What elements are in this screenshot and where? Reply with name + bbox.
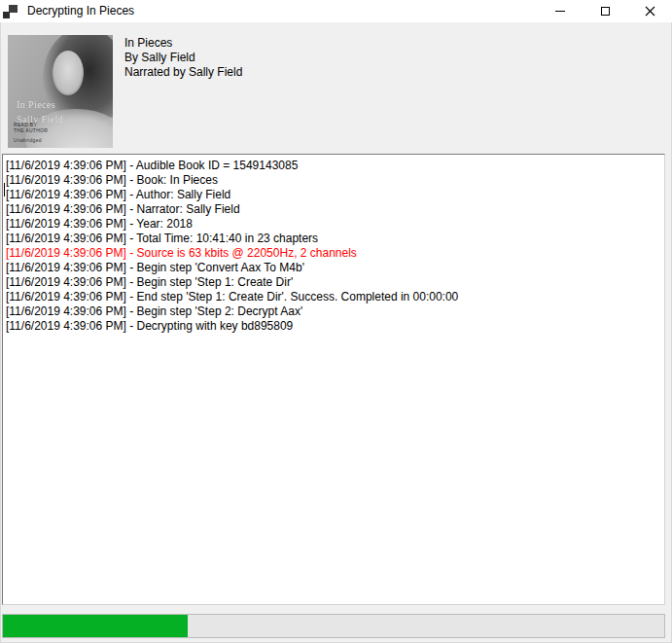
cover-title-line: In Pieces [17, 97, 63, 112]
log-textbox[interactable]: [11/6/2019 4:39:06 PM] - Audible Book ID… [2, 154, 665, 605]
minimize-button[interactable] [538, 0, 583, 22]
log-line: [11/6/2019 4:39:06 PM] - Total Time: 10:… [6, 232, 660, 246]
cover-badge-unabridged: Unabridged [14, 137, 48, 143]
log-line: [11/6/2019 4:39:06 PM] - Year: 2018 [6, 217, 660, 232]
progress-fill [3, 615, 188, 637]
window-controls [538, 0, 672, 22]
title-bar[interactable]: Decrypting In Pieces [0, 0, 672, 22]
log-line: [11/6/2019 4:39:06 PM] - Begin step 'Con… [6, 261, 660, 275]
log-line: [11/6/2019 4:39:06 PM] - Author: Sally F… [6, 188, 660, 202]
progress-bar [2, 614, 665, 638]
log-line: [11/6/2019 4:39:06 PM] - Begin step 'Ste… [6, 304, 660, 319]
app-window: Decrypting In Pieces In Pieces Sall [0, 0, 672, 643]
maximize-button[interactable] [583, 0, 627, 22]
text-caret [4, 183, 5, 196]
log-line: [11/6/2019 4:39:06 PM] - Source is 63 kb… [6, 246, 660, 261]
log-line: [11/6/2019 4:39:06 PM] - Audible Book ID… [6, 159, 660, 173]
maximize-icon [601, 7, 610, 16]
window-title: Decrypting In Pieces [27, 0, 134, 22]
app-icon-square-big [9, 5, 18, 13]
app-icon-square-small [3, 12, 10, 18]
app-icon [3, 4, 18, 19]
close-button[interactable] [627, 0, 672, 22]
book-info: In Pieces By Sally Field Narrated by Sal… [124, 36, 242, 80]
book-cover-image: In Pieces Sally Field READ BY THE AUTHOR… [8, 35, 113, 148]
cover-badges: READ BY THE AUTHOR Unabridged [14, 122, 48, 143]
book-title-label: In Pieces [124, 36, 242, 51]
log-line: [11/6/2019 4:39:06 PM] - End step 'Step … [6, 290, 660, 304]
close-icon [645, 6, 655, 17]
minimize-icon [555, 11, 565, 12]
cover-art-face [53, 51, 84, 95]
log-line: [11/6/2019 4:39:06 PM] - Decrypting with… [6, 319, 660, 334]
log-line: [11/6/2019 4:39:06 PM] - Narrator: Sally… [6, 202, 660, 217]
log-line: [11/6/2019 4:39:06 PM] - Book: In Pieces [6, 173, 660, 188]
book-narrator-label: Narrated by Sally Field [124, 65, 242, 80]
cover-badge-the-author: THE AUTHOR [14, 127, 48, 133]
book-author-label: By Sally Field [124, 51, 242, 65]
log-line: [11/6/2019 4:39:06 PM] - Begin step 'Ste… [6, 275, 660, 290]
